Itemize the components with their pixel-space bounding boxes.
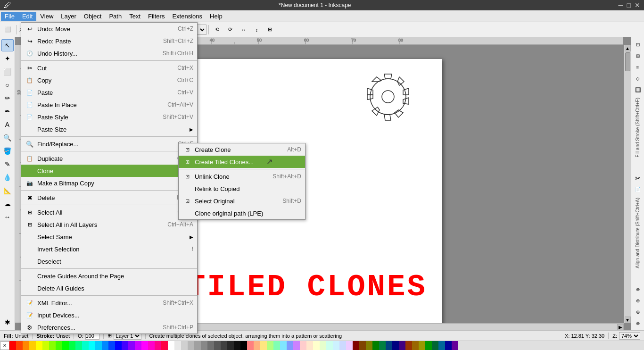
color-swatch[interactable] bbox=[267, 341, 273, 350]
menu-item-xml-editor[interactable]: 📝 XML Editor... Shift+Ctrl+X bbox=[21, 297, 197, 309]
color-swatch[interactable] bbox=[320, 341, 326, 350]
color-swatch[interactable] bbox=[293, 341, 300, 350]
color-swatch[interactable] bbox=[102, 341, 108, 350]
menu-item-find[interactable]: 🔍 Find/Replace... Ctrl+F bbox=[21, 138, 197, 150]
color-swatch[interactable] bbox=[95, 341, 102, 350]
color-swatch[interactable] bbox=[221, 341, 227, 350]
color-swatch[interactable] bbox=[240, 341, 247, 350]
close-button[interactable]: ✕ bbox=[635, 1, 640, 9]
color-swatch[interactable] bbox=[353, 341, 359, 350]
menu-item-paste-style[interactable]: 📄 Paste Style Shift+Ctrl+V bbox=[21, 111, 197, 123]
panel-btn-align[interactable]: ≡ bbox=[633, 62, 643, 72]
tool-fill[interactable]: 🪣 bbox=[1, 145, 14, 157]
menu-item-redo[interactable]: ↪ Redo: Paste Shift+Ctrl+Z bbox=[21, 35, 197, 47]
color-swatch[interactable] bbox=[188, 341, 194, 350]
zoom-select[interactable]: 74%50%100%150% bbox=[619, 332, 640, 340]
menu-item-select-all[interactable]: ⊞ Select All Ctrl+A bbox=[21, 206, 197, 218]
color-swatch[interactable] bbox=[300, 341, 306, 350]
transform-btn-2[interactable]: ⟳ bbox=[224, 24, 236, 36]
color-swatch[interactable] bbox=[135, 341, 141, 350]
color-swatch[interactable] bbox=[379, 341, 386, 350]
menu-item-select-same[interactable]: Select Same ▶ bbox=[21, 231, 197, 243]
panel-btn-layers[interactable]: 🔲 bbox=[633, 84, 643, 95]
menu-item-clone[interactable]: Clone ▶ bbox=[21, 165, 197, 177]
tool-pen[interactable]: ✒ bbox=[1, 105, 14, 117]
color-swatch[interactable] bbox=[108, 341, 115, 350]
menu-item-create-guides[interactable]: Create Guides Around the Page bbox=[21, 270, 197, 282]
menu-item-preferences[interactable]: ⚙ Preferences... Shift+Ctrl+P bbox=[21, 321, 197, 333]
color-swatch[interactable] bbox=[36, 341, 42, 350]
tool-rect[interactable]: ○ bbox=[1, 79, 14, 91]
color-swatch[interactable] bbox=[313, 341, 320, 350]
tool-dropper[interactable]: 💧 bbox=[1, 171, 14, 183]
color-swatch[interactable] bbox=[287, 341, 293, 350]
color-swatch[interactable] bbox=[56, 341, 62, 350]
color-swatch[interactable] bbox=[438, 341, 445, 350]
cs-relink-copied[interactable]: Relink to Copied bbox=[179, 183, 305, 195]
color-swatch[interactable] bbox=[452, 341, 458, 350]
tool-connector[interactable]: ↔ bbox=[1, 211, 14, 223]
vscroll-up[interactable]: ▲ bbox=[625, 45, 631, 51]
color-swatch[interactable] bbox=[419, 341, 425, 350]
tool-node[interactable]: ✦ bbox=[1, 52, 14, 65]
vscroll-down[interactable]: ▼ bbox=[625, 317, 631, 323]
hscroll-right[interactable]: ▶ bbox=[617, 324, 624, 330]
color-swatch[interactable] bbox=[115, 341, 122, 350]
color-swatch[interactable] bbox=[128, 341, 135, 350]
panel-btn-bottom2[interactable]: ⊕ bbox=[633, 295, 643, 306]
color-swatch[interactable] bbox=[42, 341, 49, 350]
panel-btn-cut[interactable]: ✂ bbox=[633, 173, 643, 183]
color-swatch[interactable] bbox=[16, 341, 23, 350]
menu-help[interactable]: Help bbox=[206, 12, 226, 21]
color-swatch[interactable] bbox=[326, 341, 333, 350]
color-swatch[interactable] bbox=[333, 341, 339, 350]
panel-btn-bottom1[interactable]: ⊕ bbox=[633, 284, 643, 294]
menu-item-deselect[interactable]: Deselect bbox=[21, 255, 197, 267]
menu-filters[interactable]: Filters bbox=[144, 12, 168, 21]
tool-text[interactable]: A bbox=[1, 118, 14, 131]
tool-pencil[interactable]: ✎ bbox=[1, 158, 14, 170]
color-swatch[interactable] bbox=[89, 341, 95, 350]
color-swatch[interactable] bbox=[405, 341, 412, 350]
color-swatch[interactable] bbox=[366, 341, 372, 350]
transform-btn-4[interactable]: ↕ bbox=[250, 24, 263, 36]
tool-3d[interactable]: ✱ bbox=[1, 316, 14, 328]
panel-btn-bottom3[interactable]: ⊕ bbox=[633, 307, 643, 317]
color-swatch[interactable] bbox=[339, 341, 346, 350]
color-swatch[interactable] bbox=[273, 341, 280, 350]
color-swatch[interactable] bbox=[254, 341, 260, 350]
menu-path[interactable]: Path bbox=[105, 12, 125, 21]
color-swatch[interactable] bbox=[168, 341, 174, 350]
color-swatch[interactable] bbox=[122, 341, 128, 350]
panel-btn-xml[interactable]: ◇ bbox=[633, 73, 643, 83]
color-swatch[interactable] bbox=[181, 341, 188, 350]
maximize-button[interactable]: □ bbox=[627, 1, 631, 9]
color-swatch[interactable] bbox=[227, 341, 234, 350]
color-swatch[interactable] bbox=[280, 341, 287, 350]
color-swatch[interactable] bbox=[174, 341, 181, 350]
color-swatch[interactable] bbox=[9, 341, 16, 350]
color-swatch[interactable] bbox=[412, 341, 419, 350]
color-swatch[interactable] bbox=[214, 341, 221, 350]
color-swatch[interactable] bbox=[29, 341, 36, 350]
color-swatch[interactable] bbox=[445, 341, 452, 350]
menu-layer[interactable]: Layer bbox=[57, 12, 80, 21]
vscroll-thumb[interactable] bbox=[625, 52, 630, 71]
menu-item-delete[interactable]: ✖ Delete Delete bbox=[21, 192, 197, 204]
panel-btn-fill[interactable]: ⊡ bbox=[633, 39, 643, 50]
cs-unlink-clone[interactable]: ⊡ Unlink Clone Shift+Alt+D bbox=[179, 170, 305, 183]
tool-zoom[interactable]: ⬜ bbox=[1, 66, 14, 78]
color-swatch[interactable] bbox=[62, 341, 69, 350]
color-swatch[interactable] bbox=[399, 341, 405, 350]
menu-item-invert[interactable]: Invert Selection ! bbox=[21, 243, 197, 255]
color-swatch[interactable] bbox=[432, 341, 438, 350]
color-swatch[interactable] bbox=[260, 341, 267, 350]
color-swatch[interactable] bbox=[392, 341, 399, 350]
color-swatch[interactable] bbox=[194, 341, 201, 350]
color-swatch[interactable] bbox=[346, 341, 353, 350]
menu-extensions[interactable]: Extensions bbox=[168, 12, 206, 21]
menu-object[interactable]: Object bbox=[80, 12, 106, 21]
panel-btn-paste2[interactable]: 📄 bbox=[633, 184, 643, 195]
color-swatch[interactable] bbox=[425, 341, 432, 350]
menu-item-paste-in-place[interactable]: 📄 Paste In Place Ctrl+Alt+V bbox=[21, 99, 197, 111]
